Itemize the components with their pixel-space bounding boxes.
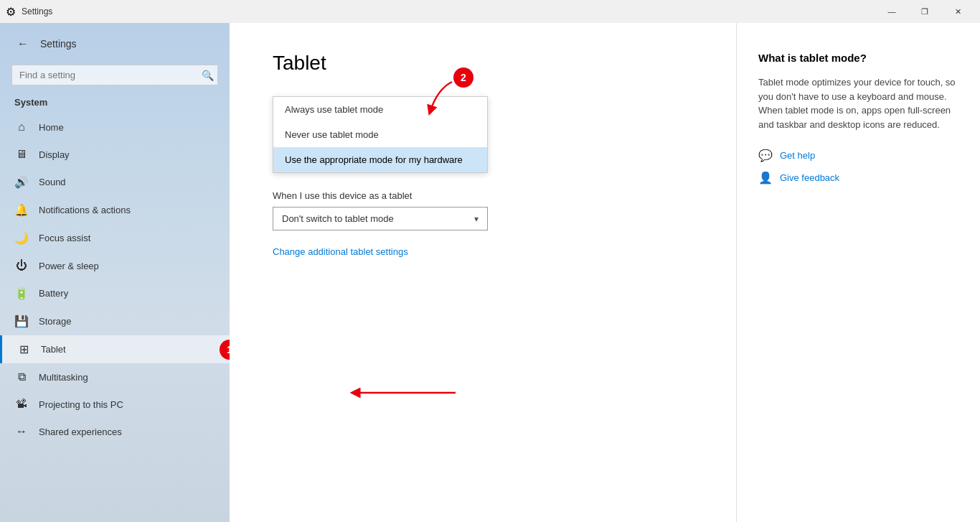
maximize-button[interactable]: ❐	[908, 0, 941, 23]
change-tablet-settings-link[interactable]: Change additional tablet settings	[273, 246, 408, 257]
get-help-link[interactable]: 💬 Get help	[758, 149, 958, 162]
back-button[interactable]: ←	[14, 34, 32, 53]
sidebar-item-label: Projecting to this PC	[39, 399, 123, 410]
focus-icon: 🌙	[14, 231, 29, 245]
sidebar-item-shared[interactable]: ↔ Shared experiences	[0, 418, 230, 445]
dropdown-option-never[interactable]: Never use tablet mode	[273, 122, 487, 147]
page-title: Tablet	[273, 52, 693, 75]
home-icon: ⌂	[14, 121, 29, 134]
help-title: What is tablet mode?	[758, 52, 958, 64]
multitasking-icon: ⧉	[14, 370, 29, 383]
sidebar-item-label: Home	[39, 122, 64, 133]
storage-icon: 💾	[14, 314, 29, 328]
mode-dropdown-open: Always use tablet mode Never use tablet …	[273, 96, 488, 173]
give-feedback-label: Give feedback	[780, 172, 839, 183]
sidebar-item-power[interactable]: ⏻ Power & sleep	[0, 252, 230, 279]
sidebar: ← Settings 🔍 System ⌂ Home 🖥 Display 🔊 S…	[0, 23, 230, 522]
battery-icon: 🔋	[14, 286, 29, 300]
chevron-down-icon: ▾	[474, 214, 479, 224]
app-body: ← Settings 🔍 System ⌂ Home 🖥 Display 🔊 S…	[0, 23, 980, 522]
sidebar-item-focus[interactable]: 🌙 Focus assist	[0, 224, 230, 252]
settings-icon: ⚙	[6, 5, 16, 19]
annotation-1: 1	[220, 340, 230, 360]
tablet-icon: ⊞	[17, 342, 31, 356]
titlebar-title: Settings	[22, 6, 52, 17]
help-description: Tablet mode optimizes your device for to…	[758, 75, 958, 131]
search-box: 🔍	[11, 65, 218, 85]
annotation-arrow-2	[416, 75, 466, 118]
sidebar-header: ← Settings	[0, 23, 230, 59]
sidebar-item-battery[interactable]: 🔋 Battery	[0, 279, 230, 307]
sidebar-item-home[interactable]: ⌂ Home	[0, 113, 230, 141]
sidebar-item-label: Multitasking	[39, 372, 88, 383]
search-input[interactable]	[11, 65, 218, 85]
notifications-icon: 🔔	[14, 203, 29, 217]
sidebar-item-storage[interactable]: 💾 Storage	[0, 307, 230, 335]
sidebar-item-label: Storage	[39, 316, 72, 327]
give-feedback-icon: 👤	[758, 171, 773, 185]
get-help-label: Get help	[780, 150, 815, 161]
titlebar-controls: — ❐ ✕	[875, 0, 974, 23]
power-icon: ⏻	[14, 259, 29, 272]
titlebar-left: ⚙ Settings	[6, 5, 52, 19]
get-help-icon: 💬	[758, 149, 773, 162]
sidebar-item-label: Tablet	[41, 344, 66, 355]
display-icon: 🖥	[14, 148, 29, 161]
right-panel: What is tablet mode? Tablet mode optimiz…	[736, 23, 980, 522]
projecting-icon: 📽	[14, 398, 29, 411]
sidebar-item-label: Display	[39, 149, 70, 160]
tablet-mode-dropdown[interactable]: Don't switch to tablet mode ▾	[273, 207, 488, 230]
sidebar-item-label: Shared experiences	[39, 427, 122, 437]
sound-icon: 🔊	[14, 175, 29, 189]
main-content: Tablet Always use tablet mode Never use …	[230, 23, 736, 522]
sidebar-item-projecting[interactable]: 📽 Projecting to this PC	[0, 391, 230, 418]
sidebar-item-tablet[interactable]: ⊞ Tablet 1	[0, 335, 230, 363]
system-label: System	[0, 94, 230, 113]
titlebar: ⚙ Settings — ❐ ✕	[0, 0, 980, 23]
shared-icon: ↔	[14, 425, 29, 438]
sidebar-item-label: Battery	[39, 288, 68, 299]
sidebar-item-label: Power & sleep	[39, 261, 99, 271]
sidebar-item-display[interactable]: 🖥 Display	[0, 141, 230, 168]
close-button[interactable]: ✕	[941, 0, 974, 23]
second-section: When I use this device as a tablet Don't…	[273, 190, 693, 230]
sidebar-item-notifications[interactable]: 🔔 Notifications & actions	[0, 196, 230, 224]
sidebar-item-label: Focus assist	[39, 233, 90, 243]
sidebar-app-title: Settings	[40, 38, 77, 50]
minimize-button[interactable]: —	[875, 0, 908, 23]
dropdown-value: Don't switch to tablet mode	[282, 213, 394, 224]
sidebar-item-sound[interactable]: 🔊 Sound	[0, 168, 230, 196]
sidebar-item-label: Notifications & actions	[39, 205, 131, 215]
dropdown-option-appropriate[interactable]: Use the appropriate mode for my hardware	[273, 147, 487, 172]
sidebar-item-label: Sound	[39, 177, 66, 187]
search-button[interactable]: 🔍	[202, 70, 214, 81]
annotation-arrow-1	[341, 375, 484, 411]
give-feedback-link[interactable]: 👤 Give feedback	[758, 171, 958, 185]
second-section-label: When I use this device as a tablet	[273, 190, 693, 201]
sidebar-item-multitasking[interactable]: ⧉ Multitasking	[0, 363, 230, 391]
